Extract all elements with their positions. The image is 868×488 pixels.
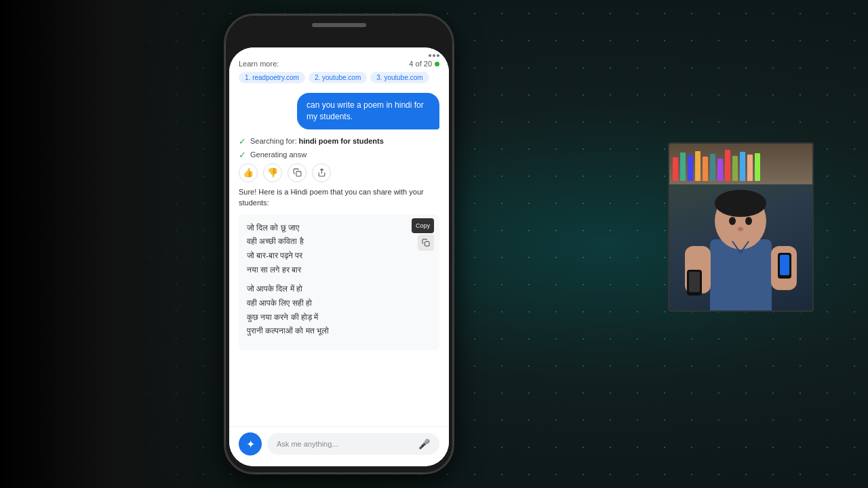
dot-3 bbox=[437, 54, 439, 57]
search-status-text: Searching for: hindi poem for students bbox=[250, 137, 384, 145]
poem-stanza-2: जो आपके दिल में हो वही आपके लिए सही हो क… bbox=[247, 282, 431, 338]
svg-rect-12 bbox=[689, 272, 700, 292]
screen-content: Learn more: 4 of 20 1. readpoetry.com 2.… bbox=[229, 47, 449, 466]
poem-line-5: जो आपके दिल में हो bbox=[247, 282, 431, 296]
input-placeholder: Ask me anything... bbox=[277, 440, 338, 448]
microphone-icon[interactable]: 🎤 bbox=[418, 439, 430, 449]
poem-line-6: वही आपके लिए सही हो bbox=[247, 296, 431, 310]
poem-line-3: जो बार-बार पढ़ने पर bbox=[247, 249, 431, 263]
svg-rect-0 bbox=[296, 171, 300, 176]
phone-pill bbox=[312, 23, 366, 27]
page-counter: 4 of 20 bbox=[409, 60, 439, 68]
person-svg bbox=[668, 175, 814, 310]
svg-point-6 bbox=[715, 190, 766, 217]
check-icon-2: ✓ bbox=[239, 150, 246, 160]
phone-body: Learn more: 4 of 20 1. readpoetry.com 2.… bbox=[224, 14, 454, 474]
poem-line-8: पुरानी कल्पनाओं को मत भूलो bbox=[247, 324, 431, 338]
link-chip-2[interactable]: 2. youtube.com bbox=[309, 72, 367, 83]
search-status-row: ✓ Searching for: hindi poem for students bbox=[239, 136, 439, 146]
thumbs-up-button[interactable]: 👍 bbox=[239, 163, 258, 182]
generating-text: Generating answ bbox=[250, 150, 307, 159]
dot-2 bbox=[433, 54, 435, 57]
poem-line-2: वही अच्छी कविता है bbox=[247, 235, 431, 249]
link-1-url: readpoetry.com bbox=[252, 74, 299, 81]
thumbs-down-button[interactable]: 👎 bbox=[263, 163, 282, 182]
poem-line-4: नया सा लगे हर बार bbox=[247, 263, 431, 277]
page-count-text: 4 of 20 bbox=[409, 60, 432, 68]
copy-icon-button[interactable] bbox=[418, 235, 434, 251]
link-2-url: youtube.com bbox=[322, 74, 361, 81]
video-thumbnail bbox=[668, 142, 814, 312]
chat-area: can you write a poem in hindi for my stu… bbox=[229, 89, 449, 426]
response-actions: 👍 👎 bbox=[239, 163, 439, 182]
dot-1 bbox=[429, 54, 431, 57]
search-query: hindi poem for students bbox=[299, 137, 384, 145]
user-message: can you write a poem in hindi for my stu… bbox=[239, 93, 439, 129]
search-input-area[interactable]: Ask me anything... 🎤 bbox=[267, 433, 439, 455]
response-container: Sure! Here is a Hindi poem that you can … bbox=[239, 186, 439, 351]
status-dot bbox=[435, 62, 439, 66]
learn-more-header: Learn more: 4 of 20 bbox=[239, 60, 439, 68]
user-bubble: can you write a poem in hindi for my stu… bbox=[297, 93, 439, 129]
learn-more-label: Learn more: bbox=[239, 60, 279, 68]
top-bar bbox=[229, 47, 449, 60]
copy-action-button[interactable] bbox=[288, 163, 307, 182]
copy-tooltip: Copy bbox=[412, 218, 434, 233]
svg-rect-3 bbox=[710, 239, 772, 310]
link-chips: 1. readpoetry.com 2. youtube.com 3. yout… bbox=[239, 72, 439, 83]
link-1-number: 1. bbox=[245, 74, 252, 81]
learn-more-section: Learn more: 4 of 20 1. readpoetry.com 2.… bbox=[229, 60, 449, 89]
poem-line-7: कुछ नया करने की होड़ में bbox=[247, 310, 431, 325]
phone-device: Learn more: 4 of 20 1. readpoetry.com 2.… bbox=[224, 14, 454, 474]
copy-button-container: Copy bbox=[412, 218, 434, 251]
response-intro: Sure! Here is a Hindi poem that you can … bbox=[239, 186, 439, 209]
svg-point-13 bbox=[729, 217, 736, 225]
link-3-number: 3. bbox=[376, 74, 384, 81]
assistant-button[interactable]: ✦ bbox=[239, 432, 262, 455]
link-chip-3[interactable]: 3. youtube.com bbox=[370, 72, 429, 83]
svg-point-14 bbox=[745, 217, 752, 225]
link-chip-1[interactable]: 1. readpoetry.com bbox=[239, 72, 305, 83]
poem-line-1: जो दिल को छू जाए bbox=[247, 221, 431, 235]
video-person-area bbox=[669, 144, 812, 310]
poem-stanza-1: जो दिल को छू जाए वही अच्छी कविता है जो ब… bbox=[247, 221, 431, 277]
more-options-button[interactable] bbox=[429, 54, 439, 57]
svg-rect-2 bbox=[425, 241, 430, 246]
bottom-bar: ✦ Ask me anything... 🎤 bbox=[229, 426, 449, 466]
phone-screen: Learn more: 4 of 20 1. readpoetry.com 2.… bbox=[229, 47, 449, 466]
link-3-url: youtube.com bbox=[384, 74, 422, 81]
poem-block: Copy जो दिल को छू जाए व bbox=[239, 214, 439, 351]
svg-rect-10 bbox=[780, 255, 789, 275]
generating-status-row: ✓ Generating answ bbox=[239, 150, 439, 160]
link-2-number: 2. bbox=[315, 74, 322, 81]
assistant-icon: ✦ bbox=[246, 438, 255, 451]
check-icon-1: ✓ bbox=[239, 136, 246, 146]
svg-point-15 bbox=[738, 227, 743, 231]
share-button[interactable] bbox=[312, 163, 331, 182]
